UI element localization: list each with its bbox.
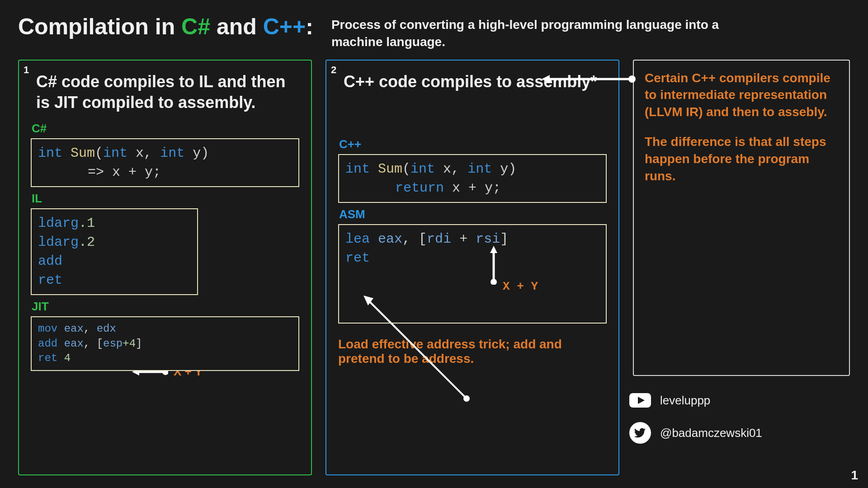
- youtube-label: leveluppp: [660, 394, 710, 408]
- codebox-cpp: int Sum(int x, int y) return x + y;: [338, 154, 607, 203]
- title-cpp: C++: [263, 14, 306, 39]
- svg-point-14: [463, 395, 470, 402]
- panel-number-1: 1: [24, 64, 29, 76]
- header: Compilation in C# and C++: Process of co…: [14, 9, 854, 60]
- panel-number-2: 2: [331, 64, 336, 76]
- note-paragraph-2: The difference is that all steps happen …: [645, 133, 838, 184]
- codebox-jit: mov eax, edx add eax, [esp+4] ret 4: [31, 316, 299, 371]
- social-youtube: leveluppp: [628, 389, 762, 412]
- twitter-icon: [628, 421, 652, 445]
- panel-cpp-heading: C++ code compiles to assembly*: [338, 71, 607, 93]
- label-il: IL: [32, 192, 299, 206]
- label-cpp: C++: [339, 137, 607, 151]
- svg-line-12: [367, 299, 467, 399]
- arrow-up-icon: [488, 246, 499, 285]
- label-asm: ASM: [339, 207, 607, 221]
- svg-point-11: [491, 279, 497, 285]
- title-suffix: :: [306, 14, 313, 39]
- socials: leveluppp @badamczewski01: [628, 389, 762, 454]
- codebox-csharp: int Sum(int x, int y) => x + y;: [31, 138, 299, 187]
- arrow-diagonal-icon: [358, 290, 476, 403]
- title-prefix: Compilation in: [18, 14, 181, 39]
- il-row: ret: [38, 271, 191, 290]
- il-row: ldarg.2: [38, 233, 191, 252]
- twitter-label: @badamczewski01: [660, 426, 762, 440]
- title-and: and: [210, 14, 263, 39]
- page-title: Compilation in C# and C++:: [18, 14, 313, 40]
- panel-cpp: 2 C++ code compiles to assembly* C++ int…: [326, 60, 619, 475]
- il-row: ldarg.1: [38, 214, 191, 233]
- title-csharp: C#: [181, 14, 210, 39]
- social-twitter: @badamczewski01: [628, 421, 762, 445]
- panel-csharp: 1 C# code compiles to IL and then is JIT…: [18, 60, 312, 475]
- page-number: 1: [851, 468, 858, 483]
- youtube-icon: [628, 389, 652, 412]
- asm-annot-xy: X + Y: [503, 278, 538, 295]
- svg-marker-10: [490, 246, 497, 253]
- panel-note: Certain C++ compilers compile to interme…: [633, 60, 850, 376]
- label-jit: JIT: [32, 300, 299, 314]
- page-subtitle: Process of converting a high-level progr…: [331, 14, 729, 51]
- label-csharp: C#: [32, 122, 299, 136]
- note-paragraph-1: Certain C++ compilers compile to interme…: [645, 70, 838, 121]
- panel-csharp-heading: C# code compiles to IL and then is JIT c…: [31, 71, 299, 114]
- il-row: add: [38, 252, 191, 271]
- codebox-il: ldarg.1 ldarg.2 add ret: [31, 208, 198, 295]
